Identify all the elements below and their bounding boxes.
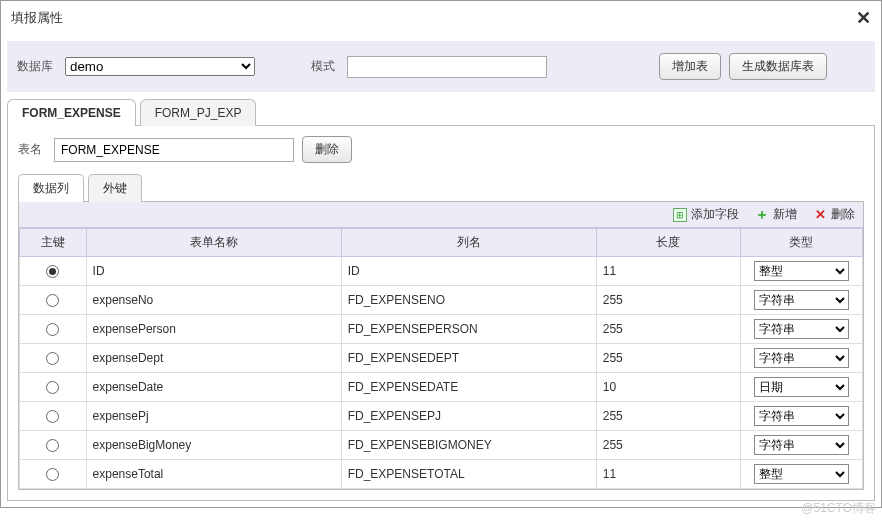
mode-input[interactable] [347, 56, 547, 78]
inner-tab-1[interactable]: 外键 [88, 174, 142, 202]
table-name-input[interactable] [54, 138, 294, 162]
close-icon[interactable]: ✕ [856, 7, 871, 29]
db-label: 数据库 [17, 58, 53, 75]
type-select[interactable]: 整型字符串日期 [754, 348, 849, 368]
form-tab-bar: FORM_EXPENSEFORM_PJ_EXP [7, 98, 875, 126]
cell-length: 11 [596, 257, 740, 286]
cell-form-name: expenseDept [86, 344, 341, 373]
form-tab-body: 表名 删除 数据列外键 ⊞ 添加字段 ＋ 新增 ✕ [7, 126, 875, 501]
table-row[interactable]: expenseBigMoneyFD_EXPENSEBIGMONEY255整型字符… [20, 431, 863, 460]
header-type: 类型 [740, 229, 862, 257]
form-tabs-container: FORM_EXPENSEFORM_PJ_EXP 表名 删除 数据列外键 ⊞ 添加… [7, 98, 875, 501]
type-select[interactable]: 整型字符串日期 [754, 377, 849, 397]
pk-radio[interactable] [46, 410, 59, 423]
table-row[interactable]: expenseNoFD_EXPENSENO255整型字符串日期 [20, 286, 863, 315]
add-field-icon: ⊞ [673, 208, 687, 222]
form-tab-1[interactable]: FORM_PJ_EXP [140, 99, 257, 126]
cell-length: 10 [596, 373, 740, 402]
type-select[interactable]: 整型字符串日期 [754, 319, 849, 339]
cell-col-name: FD_EXPENSEPJ [341, 402, 596, 431]
header-col-name: 列名 [341, 229, 596, 257]
delete-row-button[interactable]: ✕ 删除 [813, 206, 855, 223]
cell-length: 11 [596, 460, 740, 489]
column-tab-bar: 数据列外键 [18, 173, 864, 202]
cell-col-name: FD_EXPENSENO [341, 286, 596, 315]
cell-col-name: FD_EXPENSEDATE [341, 373, 596, 402]
type-select[interactable]: 整型字符串日期 [754, 435, 849, 455]
plus-icon: ＋ [755, 208, 769, 222]
pk-radio[interactable] [46, 323, 59, 336]
database-select[interactable]: demo [65, 57, 255, 76]
cell-col-name: FD_EXPENSEPERSON [341, 315, 596, 344]
delete-icon: ✕ [813, 208, 827, 222]
table-row[interactable]: expensePersonFD_EXPENSEPERSON255整型字符串日期 [20, 315, 863, 344]
inner-tab-0[interactable]: 数据列 [18, 174, 84, 202]
pk-radio[interactable] [46, 468, 59, 481]
table-row[interactable]: expenseDateFD_EXPENSEDATE10整型字符串日期 [20, 373, 863, 402]
cell-col-name: FD_EXPENSEDEPT [341, 344, 596, 373]
header-length: 长度 [596, 229, 740, 257]
new-row-button[interactable]: ＋ 新增 [755, 206, 797, 223]
cell-length: 255 [596, 402, 740, 431]
type-select[interactable]: 整型字符串日期 [754, 261, 849, 281]
dialog-title: 填报属性 [11, 9, 63, 27]
pk-radio[interactable] [46, 265, 59, 278]
cell-length: 255 [596, 344, 740, 373]
table-name-row: 表名 删除 [18, 136, 864, 163]
columns-table: 主键 表单名称 列名 长度 类型 IDID11整型字符串日期expenseNoF… [19, 228, 863, 489]
generate-db-table-button[interactable]: 生成数据库表 [729, 53, 827, 80]
delete-table-button[interactable]: 删除 [302, 136, 352, 163]
cell-col-name: ID [341, 257, 596, 286]
dialog-header: 填报属性 ✕ [1, 1, 881, 35]
cell-form-name: expenseNo [86, 286, 341, 315]
table-row[interactable]: IDID11整型字符串日期 [20, 257, 863, 286]
cell-form-name: expensePj [86, 402, 341, 431]
cell-col-name: FD_EXPENSETOTAL [341, 460, 596, 489]
table-header-row: 主键 表单名称 列名 长度 类型 [20, 229, 863, 257]
dialog: 填报属性 ✕ 数据库 demo 模式 增加表 生成数据库表 FORM_EXPEN… [0, 0, 882, 508]
pk-radio[interactable] [46, 439, 59, 452]
watermark: @51CTO博客 [801, 500, 876, 508]
type-select[interactable]: 整型字符串日期 [754, 464, 849, 484]
cell-form-name: expenseBigMoney [86, 431, 341, 460]
grid-panel: ⊞ 添加字段 ＋ 新增 ✕ 删除 主键 [18, 202, 864, 490]
type-select[interactable]: 整型字符串日期 [754, 406, 849, 426]
header-pk: 主键 [20, 229, 87, 257]
pk-radio[interactable] [46, 294, 59, 307]
table-row[interactable]: expensePjFD_EXPENSEPJ255整型字符串日期 [20, 402, 863, 431]
cell-col-name: FD_EXPENSEBIGMONEY [341, 431, 596, 460]
cell-form-name: ID [86, 257, 341, 286]
add-table-button[interactable]: 增加表 [659, 53, 721, 80]
grid-toolbar: ⊞ 添加字段 ＋ 新增 ✕ 删除 [19, 202, 863, 228]
add-field-label: 添加字段 [691, 206, 739, 223]
form-tab-0[interactable]: FORM_EXPENSE [7, 99, 136, 126]
cell-form-name: expenseDate [86, 373, 341, 402]
table-row[interactable]: expenseDeptFD_EXPENSEDEPT255整型字符串日期 [20, 344, 863, 373]
mode-label: 模式 [311, 58, 335, 75]
pk-radio[interactable] [46, 352, 59, 365]
top-toolbar: 数据库 demo 模式 增加表 生成数据库表 [7, 41, 875, 92]
cell-length: 255 [596, 286, 740, 315]
cell-length: 255 [596, 431, 740, 460]
new-row-label: 新增 [773, 206, 797, 223]
type-select[interactable]: 整型字符串日期 [754, 290, 849, 310]
cell-form-name: expensePerson [86, 315, 341, 344]
delete-row-label: 删除 [831, 206, 855, 223]
pk-radio[interactable] [46, 381, 59, 394]
header-form-name: 表单名称 [86, 229, 341, 257]
cell-length: 255 [596, 315, 740, 344]
cell-form-name: expenseTotal [86, 460, 341, 489]
add-field-button[interactable]: ⊞ 添加字段 [673, 206, 739, 223]
table-row[interactable]: expenseTotalFD_EXPENSETOTAL11整型字符串日期 [20, 460, 863, 489]
table-name-label: 表名 [18, 141, 42, 158]
